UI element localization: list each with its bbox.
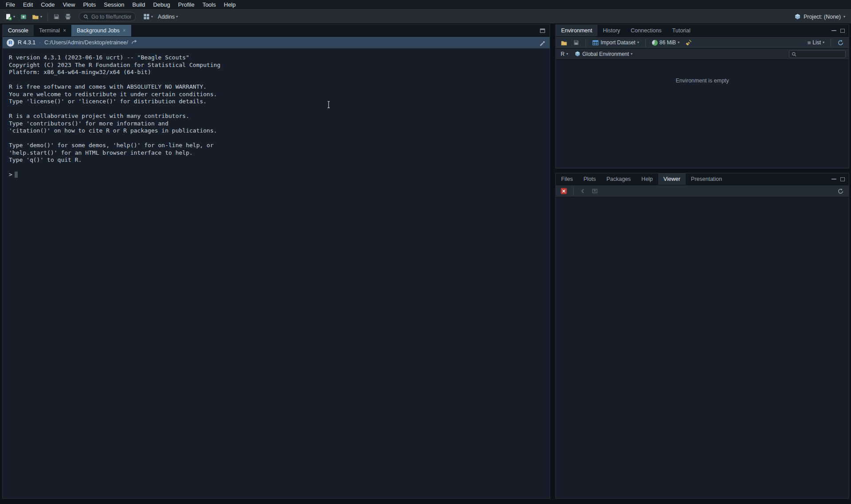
console-prompt-row[interactable]: >	[9, 171, 550, 179]
list-view-button[interactable]: ≡ List ▾	[806, 39, 826, 47]
menu-build[interactable]: Build	[129, 0, 149, 9]
open-in-new-window-icon[interactable]	[132, 40, 138, 45]
maximize-console-button[interactable]	[535, 25, 550, 36]
menu-tools[interactable]: Tools	[199, 0, 220, 9]
list-view-label: List	[812, 39, 821, 46]
project-label: Project: (None)	[804, 14, 841, 20]
caret-down-icon: ▾	[176, 15, 178, 19]
refresh-viewer-button[interactable]	[835, 187, 846, 195]
minimize-pane-icon[interactable]	[831, 179, 836, 180]
goto-file-search[interactable]	[79, 12, 136, 21]
menu-debug[interactable]: Debug	[149, 0, 174, 9]
refresh-icon	[837, 39, 844, 46]
import-dataset-button[interactable]: Import Dataset ▾	[590, 39, 641, 47]
tab-presentation[interactable]: Presentation	[686, 173, 727, 185]
caret-down-icon: ▾	[843, 15, 845, 19]
import-table-icon	[592, 39, 599, 46]
minimize-pane-icon[interactable]	[831, 30, 836, 31]
tab-files[interactable]: Files	[556, 173, 578, 185]
console-header: R R 4.3.1 · C:/Users/Admin/Desktop/etrai…	[3, 37, 550, 48]
tab-environment[interactable]: Environment	[556, 25, 597, 36]
clear-objects-button[interactable]	[683, 39, 694, 47]
tab-packages[interactable]: Packages	[601, 173, 636, 185]
menu-help[interactable]: Help	[220, 0, 240, 9]
environment-toolbar-right: ≡ List ▾	[806, 39, 846, 47]
refresh-environment-button[interactable]	[835, 39, 846, 47]
environment-scope-selector[interactable]: Global Environment ▾	[573, 50, 634, 58]
save-button[interactable]	[51, 12, 62, 21]
close-icon[interactable]: ×	[123, 28, 126, 33]
toolbar-separator	[47, 12, 48, 21]
clear-viewer-button[interactable]	[559, 187, 569, 195]
toolbar-separator	[831, 39, 831, 47]
menu-bar: File Edit Code View Plots Session Build …	[0, 0, 851, 9]
tab-history-label: History	[603, 27, 620, 34]
menu-file[interactable]: File	[2, 0, 19, 9]
viewer-back-button[interactable]	[578, 187, 588, 195]
environment-scope-label: Global Environment	[582, 51, 629, 57]
caret-down-icon: ▾	[40, 15, 42, 19]
main-area: Console Terminal × Background Jobs × R R…	[0, 24, 851, 499]
tab-environment-label: Environment	[561, 27, 592, 34]
environment-search-box[interactable]	[789, 50, 846, 58]
print-icon	[65, 13, 71, 20]
r-version-label[interactable]: R 4.3.1	[18, 39, 35, 46]
clear-viewer-icon	[561, 188, 567, 194]
caret-down-icon: ▾	[151, 15, 153, 19]
tab-files-label: Files	[561, 176, 573, 182]
memory-usage-button[interactable]: 86 MiB ▾	[650, 39, 681, 47]
toolbar-separator	[586, 39, 586, 47]
save-workspace-button[interactable]	[571, 39, 581, 47]
open-file-button[interactable]: ▾	[30, 12, 44, 22]
environment-toolbar: Import Dataset ▾ 86 MiB ▾ ≡ List ▾	[556, 37, 849, 49]
menu-edit[interactable]: Edit	[19, 0, 37, 9]
tab-packages-label: Packages	[606, 176, 631, 182]
tab-plots[interactable]: Plots	[578, 173, 601, 185]
load-workspace-button[interactable]	[559, 39, 569, 47]
tab-background-jobs[interactable]: Background Jobs ×	[71, 25, 131, 36]
menu-view[interactable]: View	[59, 0, 79, 9]
console-caret	[15, 172, 18, 178]
tab-presentation-label: Presentation	[691, 176, 722, 182]
toolbar-separator	[573, 187, 574, 195]
tab-terminal[interactable]: Terminal ×	[34, 25, 71, 36]
tab-history[interactable]: History	[597, 25, 625, 36]
tab-tutorial[interactable]: Tutorial	[667, 25, 696, 36]
environment-search-input[interactable]	[799, 51, 843, 57]
console-output-area[interactable]: R version 4.3.1 (2023-06-16 ucrt) -- "Be…	[3, 48, 550, 498]
addins-button[interactable]: Addins ▾	[156, 12, 180, 21]
viewer-export-button[interactable]	[590, 187, 600, 195]
new-project-button[interactable]	[18, 12, 29, 22]
close-icon[interactable]: ×	[63, 28, 66, 33]
import-dataset-label: Import Dataset	[601, 39, 636, 46]
tabbar-spacer	[696, 25, 831, 36]
environment-tabbar: Environment History Connections Tutorial	[556, 25, 849, 37]
caret-down-icon: ▾	[823, 41, 824, 44]
project-selector[interactable]: Project: (None) ▾	[792, 10, 847, 23]
menu-code[interactable]: Code	[37, 0, 59, 9]
workspace-panes-button[interactable]: ▾	[141, 12, 155, 21]
main-toolbar: ▾ ▾ ▾ Addins ▾ Project: (Non	[0, 9, 851, 24]
caret-down-icon: ▾	[637, 41, 639, 44]
menu-session[interactable]: Session	[100, 0, 128, 9]
environment-pane: Environment History Connections Tutorial	[555, 24, 849, 168]
tab-console[interactable]: Console	[3, 25, 34, 36]
export-icon	[592, 188, 598, 194]
menu-profile[interactable]: Profile	[174, 0, 199, 9]
tab-connections-label: Connections	[631, 27, 662, 34]
text-cursor-icon	[326, 101, 331, 109]
header-separator: ·	[39, 40, 41, 45]
tab-help[interactable]: Help	[636, 173, 658, 185]
back-arrow-icon	[580, 188, 586, 194]
menu-plots[interactable]: Plots	[79, 0, 100, 9]
tab-viewer[interactable]: Viewer	[658, 173, 686, 185]
maximize-pane-icon[interactable]	[840, 29, 845, 33]
language-selector[interactable]: R ▾	[559, 50, 570, 58]
clear-console-icon[interactable]	[539, 39, 546, 46]
goto-file-input[interactable]	[91, 14, 131, 20]
new-project-icon	[20, 13, 27, 20]
print-button[interactable]	[63, 12, 73, 21]
tab-connections[interactable]: Connections	[625, 25, 667, 36]
new-file-button[interactable]: ▾	[3, 12, 17, 22]
maximize-pane-icon[interactable]	[840, 177, 845, 181]
